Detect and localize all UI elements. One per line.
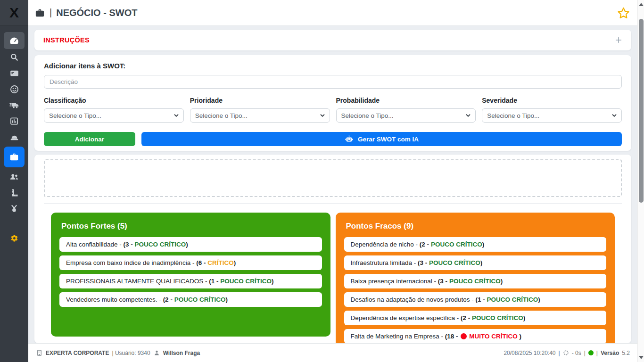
field-prioridade: Prioridade Selecione o Tipo... xyxy=(190,97,330,123)
form-heading: Adicionar itens à SWOT: xyxy=(44,62,622,70)
swot-item[interactable]: Desafios na adaptação de novos produtos … xyxy=(344,292,607,307)
probabilidade-label: Probabilidade xyxy=(336,97,476,104)
sidebar-item-ruler[interactable] xyxy=(4,185,25,201)
swot-item[interactable]: Alta confiabilidade - (3 - POUCO CRÍTICO… xyxy=(59,237,322,252)
actions-row: Adicionar Gerar SWOT com IA xyxy=(44,132,622,146)
bar-chart-icon xyxy=(9,116,19,126)
field-classificacao: Classificação Selecione o Tipo... xyxy=(44,97,184,123)
user-name: Willson Fraga xyxy=(163,350,200,356)
strengths-list: Alta confiabilidade - (3 - POUCO CRÍTICO… xyxy=(59,237,322,307)
robot-icon xyxy=(345,135,354,144)
briefcase-icon xyxy=(9,152,19,162)
app-logo[interactable]: X xyxy=(0,0,28,26)
ruler-icon xyxy=(9,188,19,197)
add-button[interactable]: Adicionar xyxy=(44,132,135,146)
sidebar-item-card[interactable] xyxy=(4,65,25,81)
separator: | xyxy=(584,350,586,356)
truck-icon xyxy=(9,100,19,110)
swot-dropzone[interactable] xyxy=(44,159,622,197)
status-bar: EXPERTA CORPORATE | Usuário: 9340 Willso… xyxy=(28,343,637,362)
expand-button[interactable] xyxy=(615,36,622,44)
swot-item[interactable]: Dependência de nicho - (2 - POUCO CRÍTIC… xyxy=(344,237,607,252)
briefcase-icon xyxy=(34,8,45,18)
dashboard-icon xyxy=(9,35,19,46)
probabilidade-select[interactable]: Selecione o Tipo... xyxy=(336,108,476,123)
weaknesses-title: Pontos Fracos (9) xyxy=(346,222,607,231)
card-icon xyxy=(9,68,19,78)
swot-item[interactable]: Falta de Marketing na Empresa - (18 - MU… xyxy=(344,329,607,343)
sidebar-item-briefcase[interactable] xyxy=(4,147,25,167)
users-icon xyxy=(9,172,19,182)
swot-item[interactable]: Empresa com baixo índice de inadimplênci… xyxy=(59,255,322,270)
prioridade-select[interactable]: Selecione o Tipo... xyxy=(190,108,330,123)
sidebar-item-truck[interactable] xyxy=(4,97,25,113)
separator: | xyxy=(596,350,598,356)
company-name: EXPERTA CORPORATE xyxy=(46,350,109,356)
swot-item[interactable]: Baixa presença internacional - (3 - POUC… xyxy=(344,274,607,288)
generate-swot-ai-label: Gerar SWOT com IA xyxy=(358,136,419,143)
instructions-card: INSTRUÇÕES xyxy=(34,30,631,50)
main-content: INSTRUÇÕES Adicionar itens à SWOT: Class… xyxy=(28,26,637,343)
gear-icon xyxy=(10,234,18,242)
scrollbar-thumb[interactable] xyxy=(639,19,644,203)
field-severidade: Severidade Selecione o Tipo... xyxy=(482,97,622,123)
title-text: NEGÓCIO - SWOT xyxy=(56,8,137,18)
star-outline-icon xyxy=(617,7,630,19)
field-probabilidade: Probabilidade Selecione o Tipo... xyxy=(336,97,476,123)
top-header: | NEGÓCIO - SWOT xyxy=(28,0,637,26)
hard-hat-icon xyxy=(9,132,19,142)
sidebar-item-search[interactable] xyxy=(4,49,25,65)
swot-panels: Pontos Fortes (5) Alta confiabilidade - … xyxy=(44,204,622,343)
building-icon xyxy=(36,349,43,356)
classificacao-select[interactable]: Selecione o Tipo... xyxy=(44,108,184,123)
page-title: | NEGÓCIO - SWOT xyxy=(34,8,137,18)
smiley-icon xyxy=(9,84,19,94)
sidebar-item-dashboard[interactable] xyxy=(4,32,25,49)
severidade-select[interactable]: Selecione o Tipo... xyxy=(482,108,622,123)
sidebar-item-chart[interactable] xyxy=(4,113,25,129)
swot-item[interactable]: Infraestrutura limitada - (3 - POUCO CRÍ… xyxy=(344,255,607,270)
critical-dot-icon xyxy=(461,333,467,339)
weaknesses-panel: Pontos Fracos (9) Dependência de nicho -… xyxy=(336,213,615,343)
sidebar-item-users[interactable] xyxy=(4,169,25,185)
favorite-button[interactable] xyxy=(617,7,630,19)
generate-swot-ai-button[interactable]: Gerar SWOT com IA xyxy=(141,132,622,146)
search-icon xyxy=(9,52,19,62)
title-separator: | xyxy=(50,7,52,18)
user-id: | Usuário: 9340 xyxy=(112,350,150,356)
sidebar-item-medal[interactable] xyxy=(4,201,25,217)
swot-item[interactable]: PROFISSIONAIS ALTAMENTE QUALIFICADOS - (… xyxy=(59,274,322,288)
status-dot-icon xyxy=(588,350,594,355)
spinner-icon xyxy=(563,350,569,356)
sidebar: X xyxy=(0,0,28,362)
scroll-up-arrow-icon[interactable] xyxy=(639,3,644,6)
user-icon xyxy=(153,349,160,356)
description-input[interactable] xyxy=(44,75,622,89)
instructions-label: INSTRUÇÕES xyxy=(43,36,90,44)
plus-icon xyxy=(615,36,622,44)
classificacao-label: Classificação xyxy=(44,97,184,104)
fields-row: Classificação Selecione o Tipo... Priori… xyxy=(44,97,622,123)
weaknesses-list: Dependência de nicho - (2 - POUCO CRÍTIC… xyxy=(344,237,607,343)
version-label: Versão xyxy=(601,350,619,356)
swot-card: Pontos Fortes (5) Alta confiabilidade - … xyxy=(34,155,631,343)
strengths-panel: Pontos Fortes (5) Alta confiabilidade - … xyxy=(51,213,330,337)
status-right: 20/08/2025 10:20:40 | - 0s | | Versão 5.… xyxy=(504,350,630,356)
scroll-down-arrow-icon[interactable] xyxy=(639,356,644,359)
sidebar-item-smiley[interactable] xyxy=(4,81,25,97)
elapsed-time: - 0s xyxy=(572,350,581,356)
severidade-label: Severidade xyxy=(482,97,622,104)
sidebar-item-hard-hat[interactable] xyxy=(4,129,25,145)
prioridade-label: Prioridade xyxy=(190,97,330,104)
version-value: 5.2 xyxy=(622,350,630,356)
swot-item[interactable]: Vendedores muito competentes. - (2 - POU… xyxy=(59,292,322,307)
datetime: 20/08/2025 10:20:40 xyxy=(504,350,555,356)
medal-icon xyxy=(9,204,19,214)
sidebar-nav xyxy=(0,26,28,246)
add-swot-form: Adicionar itens à SWOT: Classificação Se… xyxy=(34,55,631,151)
strengths-title: Pontos Fortes (5) xyxy=(61,222,322,231)
sidebar-item-settings[interactable] xyxy=(4,230,25,246)
separator: | xyxy=(559,350,560,356)
swot-item[interactable]: Dependência de expertise específica - (2… xyxy=(344,311,607,325)
vertical-scrollbar[interactable] xyxy=(637,0,644,362)
